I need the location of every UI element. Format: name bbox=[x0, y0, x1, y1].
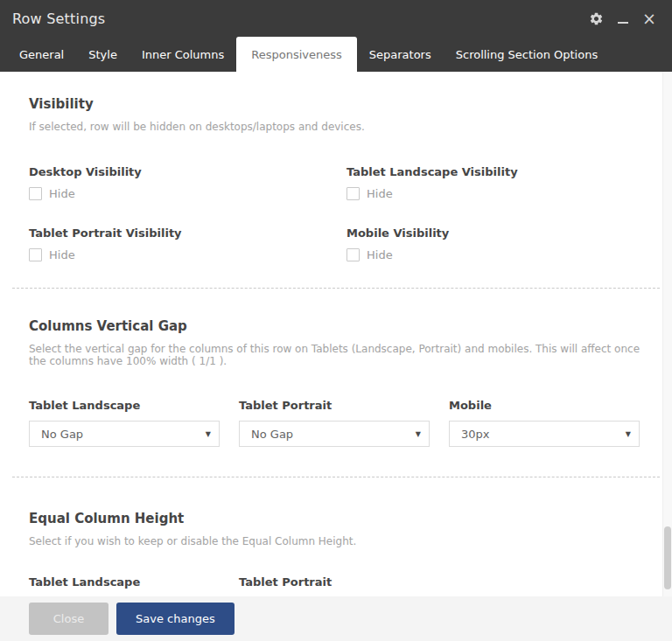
gap-tablet-landscape-value: No Gap bbox=[41, 428, 83, 441]
dashed-divider bbox=[12, 477, 660, 477]
row-settings-dialog: Row Settings × General Style Inner Colum… bbox=[0, 0, 672, 641]
tablet-portrait-visibility-label: Tablet Portrait Visibility bbox=[29, 226, 346, 240]
vertical-scrollbar-thumb[interactable] bbox=[664, 526, 671, 589]
tab-inner-columns[interactable]: Inner Columns bbox=[130, 39, 236, 72]
visibility-title: Visibility bbox=[29, 96, 643, 112]
desktop-hide-checkbox-row[interactable]: Hide bbox=[29, 187, 346, 200]
tabbar: General Style Inner Columns Responsivene… bbox=[0, 37, 672, 72]
mobile-hide-checkbox-row[interactable]: Hide bbox=[346, 248, 643, 261]
gap-tablet-portrait-label: Tablet Portrait bbox=[239, 399, 430, 412]
tab-scrolling-section-options[interactable]: Scrolling Section Options bbox=[444, 39, 610, 72]
tablet-portrait-hide-checkbox[interactable] bbox=[29, 248, 42, 261]
gear-icon[interactable] bbox=[589, 11, 604, 26]
desktop-visibility-label: Desktop Visibility bbox=[29, 165, 346, 178]
columns-vertical-gap-description: Select the vertical gap for the columns … bbox=[29, 343, 643, 367]
section-visibility: Visibility If selected, row will be hidd… bbox=[29, 72, 643, 261]
save-changes-button[interactable]: Save changes bbox=[116, 603, 234, 635]
tab-style[interactable]: Style bbox=[76, 39, 130, 72]
titlebar-controls: × bbox=[589, 10, 656, 27]
gap-tablet-portrait-select[interactable]: No Gap ▼ bbox=[239, 421, 430, 447]
visibility-grid: Desktop Visibility Hide Tablet Landscape… bbox=[29, 165, 643, 261]
visibility-description: If selected, row will be hidden on deskt… bbox=[29, 121, 643, 133]
vertical-scrollbar-track[interactable] bbox=[662, 72, 672, 596]
field-tablet-portrait-visibility: Tablet Portrait Visibility Hide bbox=[29, 226, 346, 261]
section-columns-vertical-gap: Columns Vertical Gap Select the vertical… bbox=[29, 318, 643, 447]
equal-column-height-description: Select if you wish to keep or disable th… bbox=[29, 535, 643, 547]
gap-tablet-landscape-select[interactable]: No Gap ▼ bbox=[29, 421, 220, 447]
field-gap-tablet-landscape: Tablet Landscape No Gap ▼ bbox=[29, 399, 220, 447]
equal-column-height-grid: Tablet Landscape Tablet Portrait bbox=[29, 575, 643, 589]
field-mobile-visibility: Mobile Visibility Hide bbox=[346, 226, 643, 261]
close-button[interactable]: Close bbox=[29, 603, 108, 635]
ech-tablet-portrait-label: Tablet Portrait bbox=[239, 575, 643, 589]
tablet-portrait-hide-label: Hide bbox=[49, 248, 75, 261]
tab-responsiveness[interactable]: Responsiveness bbox=[236, 37, 357, 72]
desktop-hide-checkbox[interactable] bbox=[29, 187, 42, 200]
tablet-landscape-visibility-label: Tablet Landscape Visibility bbox=[346, 165, 643, 178]
field-gap-tablet-portrait: Tablet Portrait No Gap ▼ bbox=[239, 399, 430, 447]
equal-column-height-title: Equal Column Height bbox=[29, 511, 643, 526]
chevron-down-icon: ▼ bbox=[626, 430, 631, 438]
mobile-visibility-label: Mobile Visibility bbox=[346, 226, 643, 240]
field-desktop-visibility: Desktop Visibility Hide bbox=[29, 165, 346, 200]
gap-mobile-select[interactable]: 30px ▼ bbox=[449, 421, 640, 447]
section-equal-column-height: Equal Column Height Select if you wish t… bbox=[29, 511, 643, 589]
columns-vertical-gap-title: Columns Vertical Gap bbox=[29, 318, 643, 334]
titlebar: Row Settings × bbox=[0, 0, 672, 37]
chevron-down-icon: ▼ bbox=[416, 430, 421, 438]
gap-tablet-landscape-label: Tablet Landscape bbox=[29, 399, 220, 412]
dialog-title: Row Settings bbox=[12, 10, 105, 27]
field-gap-mobile: Mobile 30px ▼ bbox=[449, 399, 640, 447]
gap-tablet-portrait-value: No Gap bbox=[251, 428, 293, 441]
tablet-landscape-hide-checkbox[interactable] bbox=[346, 187, 360, 200]
tablet-portrait-hide-checkbox-row[interactable]: Hide bbox=[29, 248, 346, 261]
field-tablet-landscape-visibility: Tablet Landscape Visibility Hide bbox=[346, 165, 643, 200]
gap-mobile-value: 30px bbox=[461, 428, 490, 441]
tab-separators[interactable]: Separators bbox=[357, 39, 444, 72]
dashed-divider bbox=[12, 288, 660, 289]
ech-tablet-landscape-label: Tablet Landscape bbox=[29, 575, 239, 589]
dialog-footer: Close Save changes bbox=[0, 596, 672, 641]
tablet-landscape-hide-checkbox-row[interactable]: Hide bbox=[346, 187, 643, 200]
close-icon[interactable]: × bbox=[642, 10, 656, 27]
desktop-hide-label: Hide bbox=[49, 187, 75, 200]
vertical-gap-grid: Tablet Landscape No Gap ▼ Tablet Portrai… bbox=[29, 399, 643, 447]
chevron-down-icon: ▼ bbox=[206, 430, 211, 438]
tablet-landscape-hide-label: Hide bbox=[367, 187, 393, 200]
tab-panel-responsiveness: Visibility If selected, row will be hidd… bbox=[0, 72, 672, 596]
minimize-icon[interactable] bbox=[618, 14, 628, 24]
tab-general[interactable]: General bbox=[7, 39, 76, 72]
mobile-hide-checkbox[interactable] bbox=[346, 248, 360, 261]
mobile-hide-label: Hide bbox=[367, 248, 393, 261]
gap-mobile-label: Mobile bbox=[449, 399, 640, 412]
